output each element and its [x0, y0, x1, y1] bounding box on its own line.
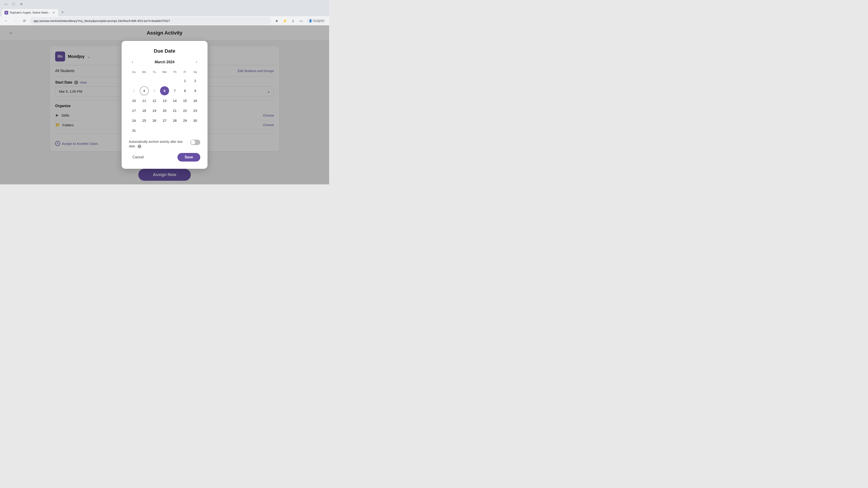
bookmark-button[interactable]: ★	[273, 17, 280, 24]
cal-cell-14[interactable]: 14	[170, 96, 179, 105]
calendar-week-3: 10 11 12 13 14 15 16	[129, 96, 200, 105]
cal-cell-8[interactable]: 8	[180, 86, 189, 95]
auto-archive-info-icon: i	[138, 144, 141, 148]
incognito-icon: 👤	[309, 19, 312, 22]
calendar-week-5: 24 25 26 27 28 29 30	[129, 116, 200, 125]
cal-cell-26[interactable]: 26	[150, 116, 159, 125]
cal-cell-30[interactable]: 30	[191, 116, 199, 125]
cal-cell-empty-1	[129, 76, 138, 86]
incognito-badge: 👤 Incognito	[307, 18, 327, 23]
cal-cell-13[interactable]: 13	[160, 96, 169, 105]
address-bar: ← → ⟳ ★ ⚡ ⇓ ▭ 👤 Incognito	[0, 16, 329, 25]
app-container: ← Assign Activity Mo Moodjoy ⌄ All Stude…	[0, 25, 329, 184]
device-button[interactable]: ▭	[298, 17, 305, 24]
day-header-mo: Mo	[139, 69, 149, 74]
calendar-week-6: 31	[129, 126, 200, 135]
maximize-button[interactable]: □	[10, 1, 17, 7]
next-month-button[interactable]: ›	[193, 59, 200, 66]
prev-month-button[interactable]: ‹	[129, 59, 136, 66]
cal-cell-empty-7	[150, 126, 159, 135]
cal-cell-2[interactable]: 2	[191, 76, 199, 86]
download-button[interactable]: ⇓	[289, 17, 297, 24]
cal-cell-25[interactable]: 25	[140, 116, 149, 125]
minimize-button[interactable]: ―	[3, 1, 9, 7]
day-header-fr: Fr	[180, 69, 190, 74]
calendar-grid: Su Mo Tu We Th Fr Sa 1 2	[129, 69, 200, 135]
day-header-we: We	[159, 69, 169, 74]
cal-cell-29[interactable]: 29	[180, 116, 189, 125]
cal-cell-23[interactable]: 23	[191, 106, 199, 115]
cal-cell-28[interactable]: 28	[170, 116, 179, 125]
cal-cell-empty-9	[170, 126, 179, 135]
cal-cell-11[interactable]: 11	[140, 96, 149, 105]
new-tab-button[interactable]: +	[59, 9, 66, 15]
close-button[interactable]: ✕	[18, 1, 24, 7]
day-header-sa: Sa	[190, 69, 200, 74]
cal-cell-empty-10	[180, 126, 189, 135]
cancel-button[interactable]: Cancel	[129, 153, 147, 161]
save-button[interactable]: Save	[178, 153, 200, 162]
calendar-header-row: Su Mo Tu We Th Fr Sa	[129, 69, 200, 74]
window-controls: ― □ ✕	[3, 1, 24, 7]
cal-cell-empty-11	[191, 126, 199, 135]
modal-title: Due Date	[129, 48, 200, 54]
cal-cell-19[interactable]: 19	[150, 106, 159, 115]
extensions-button[interactable]: ⚡	[281, 17, 288, 24]
modal-overlay: Due Date ‹ March 2024 › Su Mo Tu We Th F…	[0, 25, 329, 184]
tab-title: Raphael's Angels, Sistine Mado...	[10, 11, 50, 14]
browser-chrome: ― □ ✕ S Raphael's Angels, Sistine Mado..…	[0, 0, 329, 25]
cal-cell-9[interactable]: 9	[191, 86, 199, 95]
cal-cell-24[interactable]: 24	[129, 116, 138, 125]
browser-titlebar: ― □ ✕	[0, 0, 329, 8]
auto-archive-toggle[interactable]	[190, 140, 200, 145]
calendar-week-4: 17 18 19 20 21 22 23	[129, 106, 200, 115]
cal-cell-27[interactable]: 27	[160, 116, 169, 125]
tab-bar: S Raphael's Angels, Sistine Mado... ✕ +	[0, 8, 329, 16]
cal-cell-22[interactable]: 22	[180, 106, 189, 115]
modal-actions: Cancel Save	[129, 153, 200, 162]
cal-cell-16[interactable]: 16	[191, 96, 199, 105]
cal-cell-empty-4	[160, 76, 169, 86]
active-tab[interactable]: S Raphael's Angels, Sistine Mado... ✕	[2, 9, 58, 16]
cal-cell-empty-5	[170, 76, 179, 86]
cal-cell-7[interactable]: 7	[170, 86, 179, 95]
day-header-su: Su	[129, 69, 139, 74]
auto-archive-text: Automatically archive activity after due…	[129, 140, 187, 149]
toolbar-icons: ★ ⚡ ⇓ ▭	[273, 17, 305, 24]
cal-cell-empty-8	[160, 126, 169, 135]
cal-cell-empty-6	[140, 126, 149, 135]
month-label: March 2024	[155, 60, 174, 64]
auto-archive-row: Automatically archive activity after due…	[129, 140, 200, 149]
calendar-week-1: 1 2	[129, 76, 200, 86]
tab-favicon: S	[4, 11, 8, 14]
cal-cell-1[interactable]: 1	[180, 76, 189, 86]
cal-cell-10[interactable]: 10	[129, 96, 138, 105]
day-header-tu: Tu	[149, 69, 159, 74]
calendar-week-2: 3 4 5 6 7 8 9	[129, 86, 200, 95]
day-header-th: Th	[170, 69, 180, 74]
cal-cell-31[interactable]: 31	[129, 126, 138, 135]
incognito-label: Incognito	[313, 19, 324, 22]
calendar-nav: ‹ March 2024 ›	[129, 59, 200, 66]
cal-cell-20[interactable]: 20	[160, 106, 169, 115]
cal-cell-3: 3	[129, 86, 138, 95]
back-nav-button[interactable]: ←	[3, 17, 10, 24]
cal-cell-18[interactable]: 18	[140, 106, 149, 115]
cal-cell-empty-2	[140, 76, 149, 86]
cal-cell-15[interactable]: 15	[180, 96, 189, 105]
cal-cell-5: 5	[150, 86, 159, 95]
cal-cell-6[interactable]: 6	[160, 86, 169, 95]
cal-cell-17[interactable]: 17	[129, 106, 138, 115]
cal-cell-4[interactable]: 4	[140, 86, 149, 95]
forward-nav-button[interactable]: →	[12, 17, 19, 24]
cal-cell-12[interactable]: 12	[150, 96, 159, 105]
cal-cell-21[interactable]: 21	[170, 106, 179, 115]
due-date-modal: Due Date ‹ March 2024 › Su Mo Tu We Th F…	[122, 41, 208, 169]
tab-close-button[interactable]: ✕	[52, 11, 56, 14]
address-input[interactable]	[30, 17, 271, 24]
cal-cell-empty-3	[150, 76, 159, 86]
reload-button[interactable]: ⟳	[21, 17, 28, 24]
